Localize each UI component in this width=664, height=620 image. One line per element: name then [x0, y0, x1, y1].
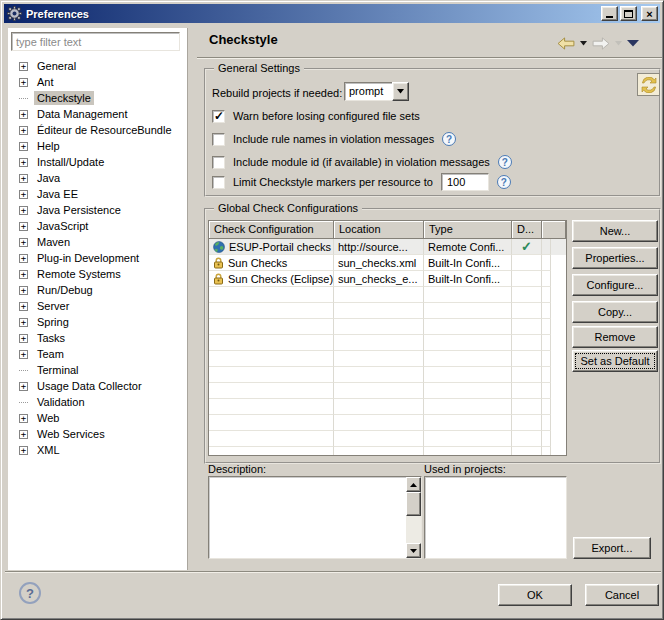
expand-plus-icon[interactable]: +	[19, 238, 28, 247]
tree-item-java-ee[interactable]: +Java EE	[8, 186, 186, 202]
remove-button[interactable]: Remove	[572, 326, 658, 348]
tree-item-web[interactable]: +Web	[8, 410, 186, 426]
table-row-sun-checks-eclipse[interactable]: Sun Checks (Eclipse)sun_checks_e...Built…	[209, 271, 566, 287]
table-row-sun-checks[interactable]: Sun Checkssun_checks.xmlBuilt-In Confi..…	[209, 255, 566, 271]
tree-item-run-debug[interactable]: +Run/Debug	[8, 282, 186, 298]
expand-plus-icon[interactable]: +	[19, 286, 28, 295]
column-header[interactable]: Location	[334, 221, 424, 239]
back-dropdown-icon[interactable]	[580, 41, 587, 46]
tree-item-plug-in-development[interactable]: +Plug-in Development	[8, 250, 186, 266]
table-row-esup-portail-checks[interactable]: ESUP-Portail checkshttp://source...Remot…	[209, 239, 566, 255]
column-header[interactable]: Type	[424, 221, 512, 239]
expand-plus-icon[interactable]: +	[19, 174, 28, 183]
expand-plus-icon[interactable]: +	[19, 318, 28, 327]
tree-item-spring[interactable]: +Spring	[8, 314, 186, 330]
expand-plus-icon[interactable]: +	[19, 62, 28, 71]
preferences-dialog: Preferences × +General+AntCheckstyle+Dat…	[0, 0, 664, 620]
tree-item-java-persistence[interactable]: +Java Persistence	[8, 202, 186, 218]
maximize-button[interactable]	[620, 6, 637, 21]
close-button[interactable]: ×	[641, 6, 658, 21]
expand-plus-icon[interactable]: +	[19, 350, 28, 359]
limit-markers-checkbox-row[interactable]: Limit Checkstyle markers per resource to…	[212, 174, 511, 190]
expand-plus-icon[interactable]: +	[19, 302, 28, 311]
checkbox[interactable]	[212, 176, 225, 189]
expand-plus-icon[interactable]: +	[19, 110, 28, 119]
expand-plus-icon[interactable]: +	[19, 446, 28, 455]
expand-plus-icon[interactable]: +	[19, 334, 28, 343]
general-settings-legend: General Settings	[214, 62, 304, 74]
checkbox[interactable]	[212, 110, 225, 123]
footer-separator	[5, 571, 661, 573]
scroll-down-icon[interactable]	[406, 543, 421, 558]
help-icon[interactable]: ?	[498, 155, 512, 169]
tree-item-data-management[interactable]: +Data Management	[8, 106, 186, 122]
scrollbar-track[interactable]	[406, 516, 421, 543]
scroll-up-icon[interactable]	[406, 477, 421, 492]
tree-item-team[interactable]: +Team	[8, 346, 186, 362]
minimize-button[interactable]	[601, 6, 618, 21]
expand-plus-icon[interactable]: +	[19, 270, 28, 279]
filter-input[interactable]	[11, 32, 180, 51]
tree-item-web-services[interactable]: +Web Services	[8, 426, 186, 442]
tree-item-validation[interactable]: Validation	[8, 394, 186, 410]
tree-item-install-update[interactable]: +Install/Update	[8, 154, 186, 170]
view-menu-icon[interactable]	[627, 40, 639, 47]
scrollbar-thumb[interactable]	[406, 492, 421, 516]
rebuild-refresh-icon-button[interactable]	[637, 73, 660, 96]
title-bar[interactable]: Preferences ×	[4, 4, 660, 23]
tree-item-help[interactable]: +Help	[8, 138, 186, 154]
tree-item-remote-systems[interactable]: +Remote Systems	[8, 266, 186, 282]
dialog-help-button[interactable]: ?	[19, 582, 41, 604]
help-icon[interactable]: ?	[497, 175, 511, 189]
expand-plus-icon[interactable]: +	[19, 382, 28, 391]
tree-item-tasks[interactable]: +Tasks	[8, 330, 186, 346]
checkbox[interactable]	[212, 133, 225, 146]
expand-plus-icon[interactable]: +	[19, 158, 28, 167]
tree-item-maven[interactable]: +Maven	[8, 234, 186, 250]
expand-plus-icon[interactable]: +	[19, 206, 28, 215]
expand-plus-icon[interactable]: +	[19, 78, 28, 87]
copy-button[interactable]: Copy...	[572, 301, 658, 323]
export-button[interactable]: Export...	[573, 537, 651, 559]
checkbox[interactable]	[212, 156, 225, 169]
tree-item-terminal[interactable]: Terminal	[8, 362, 186, 378]
rebuild-combobox[interactable]: prompt	[344, 82, 409, 101]
global-configs-group: Global Check Configurations Check Config…	[204, 208, 661, 464]
help-icon[interactable]: ?	[442, 132, 456, 146]
tree-item-server[interactable]: +Server	[8, 298, 186, 314]
new-button[interactable]: New...	[572, 220, 658, 242]
warn-checkbox-row[interactable]: Warn before losing configured file sets	[212, 108, 420, 124]
marker-limit-field[interactable]: 100	[441, 173, 489, 191]
table-empty-row	[209, 447, 566, 456]
rule-names-checkbox-row[interactable]: Include rule names in violation messages…	[212, 131, 456, 147]
configure-button[interactable]: Configure...	[572, 274, 658, 296]
tree-item-ant[interactable]: +Ant	[8, 74, 186, 90]
tree-item-java[interactable]: +Java	[8, 170, 186, 186]
tree-item-diteur-de-resourcebundle[interactable]: +Éditeur de ResourceBundle	[8, 122, 186, 138]
cell-default	[512, 271, 542, 287]
tree-item-checkstyle[interactable]: Checkstyle	[8, 90, 186, 106]
expand-plus-icon[interactable]: +	[19, 414, 28, 423]
expand-plus-icon[interactable]: +	[19, 126, 28, 135]
column-header[interactable]: D...	[512, 221, 542, 239]
tree-item-general[interactable]: +General	[8, 58, 186, 74]
tree-item-usage-data-collector[interactable]: +Usage Data Collector	[8, 378, 186, 394]
properties-button[interactable]: Properties...	[572, 247, 658, 269]
combo-dropdown-button[interactable]	[392, 82, 409, 101]
expand-plus-icon[interactable]: +	[19, 254, 28, 263]
module-id-checkbox-row[interactable]: Include module id (if available) in viol…	[212, 154, 512, 170]
check-config-table[interactable]: Check Configuration Location Type D... E…	[208, 220, 567, 456]
tree-item-label: Java	[34, 171, 63, 185]
cancel-button[interactable]: Cancel	[585, 584, 659, 606]
tree-item-xml[interactable]: +XML	[8, 442, 186, 458]
expand-plus-icon[interactable]: +	[19, 222, 28, 231]
ok-button[interactable]: OK	[498, 584, 572, 606]
expand-plus-icon[interactable]: +	[19, 142, 28, 151]
back-arrow-icon[interactable]	[557, 37, 575, 50]
set-as-default-button[interactable]: Set as Default	[572, 350, 658, 372]
column-header[interactable]: Check Configuration	[209, 221, 334, 239]
description-scrollbar[interactable]	[406, 477, 421, 558]
expand-plus-icon[interactable]: +	[19, 430, 28, 439]
tree-item-javascript[interactable]: +JavaScript	[8, 218, 186, 234]
expand-plus-icon[interactable]: +	[19, 190, 28, 199]
